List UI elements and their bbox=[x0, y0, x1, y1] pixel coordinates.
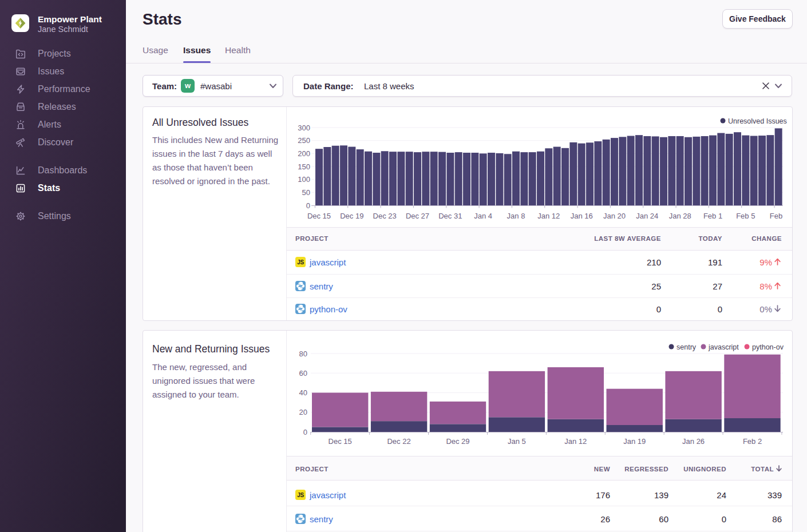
svg-text:Jan 4: Jan 4 bbox=[474, 212, 492, 220]
svg-text:Dec 27: Dec 27 bbox=[406, 212, 429, 220]
svg-text:40: 40 bbox=[299, 388, 307, 397]
svg-text:Feb 1: Feb 1 bbox=[703, 212, 722, 220]
svg-text:Unresolved Issues: Unresolved Issues bbox=[728, 117, 787, 125]
svg-text:150: 150 bbox=[298, 162, 310, 171]
svg-text:Jan 20: Jan 20 bbox=[603, 212, 626, 220]
svg-text:0: 0 bbox=[303, 428, 307, 436]
svg-text:60: 60 bbox=[299, 369, 307, 378]
svg-text:Feb 5: Feb 5 bbox=[736, 212, 755, 220]
svg-text:Dec 19: Dec 19 bbox=[340, 212, 363, 220]
svg-text:Dec 15: Dec 15 bbox=[307, 212, 331, 220]
svg-text:Jan 19: Jan 19 bbox=[623, 437, 646, 446]
svg-text:Jan 28: Jan 28 bbox=[669, 212, 691, 220]
svg-text:Jan 12: Jan 12 bbox=[564, 437, 587, 446]
svg-text:20: 20 bbox=[299, 408, 307, 416]
svg-text:Dec 15: Dec 15 bbox=[329, 437, 352, 446]
svg-text:80: 80 bbox=[299, 350, 307, 358]
svg-text:Dec 22: Dec 22 bbox=[387, 437, 410, 446]
svg-text:50: 50 bbox=[302, 188, 310, 197]
svg-text:javascript: javascript bbox=[708, 343, 739, 351]
svg-text:Feb 2: Feb 2 bbox=[743, 437, 762, 446]
svg-text:Jan 24: Jan 24 bbox=[636, 212, 658, 220]
svg-text:Jan 12: Jan 12 bbox=[537, 212, 560, 220]
svg-text:Jan 26: Jan 26 bbox=[682, 437, 705, 446]
svg-text:100: 100 bbox=[298, 175, 310, 184]
svg-text:Dec 23: Dec 23 bbox=[373, 212, 397, 220]
svg-text:Jan 5: Jan 5 bbox=[508, 437, 526, 446]
svg-text:300: 300 bbox=[298, 124, 310, 132]
svg-text:Jan 8: Jan 8 bbox=[507, 212, 525, 220]
svg-text:Feb: Feb bbox=[770, 212, 782, 220]
svg-text:250: 250 bbox=[298, 136, 310, 145]
svg-text:200: 200 bbox=[298, 149, 310, 158]
svg-text:python-ov: python-ov bbox=[752, 343, 784, 351]
svg-text:Dec 29: Dec 29 bbox=[446, 437, 469, 446]
svg-text:Jan 16: Jan 16 bbox=[571, 212, 593, 220]
svg-text:Dec 31: Dec 31 bbox=[438, 212, 462, 220]
svg-text:0: 0 bbox=[306, 201, 310, 210]
svg-text:sentry: sentry bbox=[677, 343, 697, 351]
